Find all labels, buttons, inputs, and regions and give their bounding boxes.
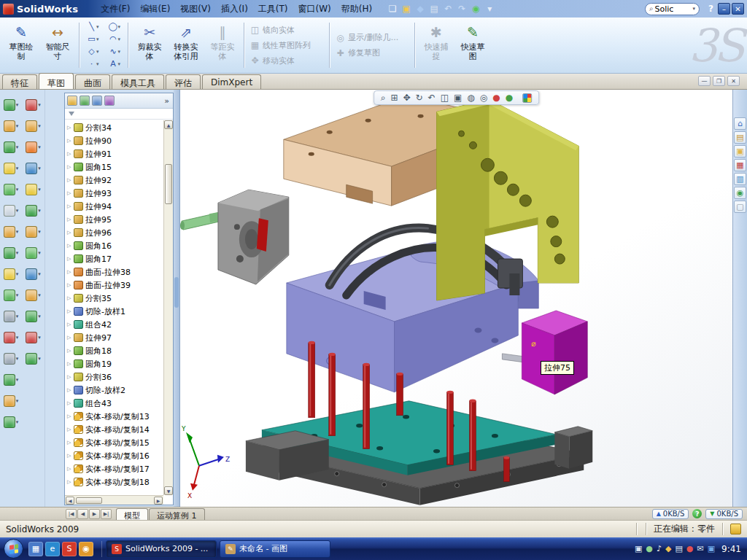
view-palette-icon[interactable]: ▥ xyxy=(734,173,746,185)
expander-icon[interactable]: ▷ xyxy=(67,413,74,419)
new-document-icon[interactable]: ❏ xyxy=(386,2,399,15)
scroll-down-button[interactable]: ▼ xyxy=(164,486,173,495)
feature-tree-item[interactable]: ▷ 实体-移动/复制16 xyxy=(65,449,163,462)
menu-item[interactable]: 视图(V) xyxy=(175,1,216,18)
toolbar-flyout-button[interactable]: ▾ xyxy=(0,94,22,115)
first-sheet-button[interactable]: |◀ xyxy=(66,509,77,519)
tray-icon-1[interactable]: ▣ xyxy=(635,544,642,554)
toolbar-flyout-button[interactable]: ▾ xyxy=(22,348,44,369)
chevron-down-icon[interactable]: ▾ xyxy=(16,187,19,192)
section-view-icon[interactable]: ◫ xyxy=(441,93,449,103)
toolbar-flyout-button[interactable]: ▾ xyxy=(22,242,44,263)
chevron-down-icon[interactable]: ▾ xyxy=(38,123,41,129)
toolbar-flyout-button[interactable]: ▾ xyxy=(0,390,22,411)
chevron-down-icon[interactable]: ▾ xyxy=(96,61,99,67)
expander-icon[interactable]: ▷ xyxy=(67,190,74,196)
expander-icon[interactable]: ▷ xyxy=(67,387,74,393)
menu-item[interactable]: 帮助(H) xyxy=(336,1,377,18)
toolbar-flyout-button[interactable]: ▾ xyxy=(0,179,22,200)
search-dropdown-icon[interactable]: ▾ xyxy=(693,6,696,12)
expander-icon[interactable]: ▷ xyxy=(67,282,74,288)
open-icon[interactable]: ▣ xyxy=(400,2,413,15)
prev-sheet-button[interactable]: ◀ xyxy=(77,509,88,519)
show-desktop-icon[interactable]: ▦ xyxy=(28,542,43,556)
design-library-icon[interactable]: ▤ xyxy=(734,131,746,144)
chevron-down-icon[interactable]: ▾ xyxy=(16,314,19,319)
toolbar-flyout-button[interactable]: ▾ xyxy=(22,306,44,327)
toolbar-big-button[interactable]: ✎ 草图绘制 xyxy=(3,20,39,71)
status-note-icon[interactable] xyxy=(730,524,741,534)
appearance-icon[interactable]: ● xyxy=(492,93,500,103)
model-side-core-block[interactable]: ⌀ xyxy=(522,311,587,394)
dimxpertmanager-tab-icon[interactable] xyxy=(104,96,115,106)
chevron-down-icon[interactable]: ▾ xyxy=(117,49,120,55)
toolbar-big-button[interactable]: ✱ 快速捕捉 xyxy=(418,20,454,71)
expander-icon[interactable]: ▷ xyxy=(67,361,74,367)
toolbox-icon[interactable]: ▦ xyxy=(734,159,746,171)
chevron-down-icon[interactable]: ▾ xyxy=(16,102,19,108)
feature-tree-item[interactable]: ▷ 实体-移动/复制15 xyxy=(65,436,163,449)
custom-properties-icon[interactable]: ▢ xyxy=(734,201,746,213)
feature-tree-item[interactable]: ▷ 拉伸90 xyxy=(65,134,163,147)
expander-icon[interactable]: ▷ xyxy=(67,308,74,314)
toolbar-flyout-button[interactable]: ▾ xyxy=(0,327,22,348)
start-button[interactable] xyxy=(4,539,23,559)
tray-icon-3[interactable]: ♪ xyxy=(657,544,662,554)
hide-show-icon[interactable]: ◎ xyxy=(480,93,487,103)
toolbar-flyout-button[interactable]: ▾ xyxy=(0,242,22,263)
search-box[interactable]: ⌕ ▾ xyxy=(645,3,700,15)
toolbar-flyout-button[interactable]: ▾ xyxy=(0,263,22,284)
feature-tree-item[interactable]: ▷ 拉伸96 xyxy=(65,226,163,239)
command-tab[interactable]: 模具工具 xyxy=(112,74,164,89)
feature-tree-item[interactable]: ▷ 拉伸94 xyxy=(65,200,163,213)
command-tab[interactable]: 特征 xyxy=(2,74,37,89)
help-button[interactable]: ? xyxy=(704,4,718,14)
graphics-viewport[interactable]: ⌀ xyxy=(179,90,732,507)
expander-icon[interactable]: ▷ xyxy=(67,335,74,341)
toolbar-flyout-button[interactable]: ▾ xyxy=(22,327,44,348)
tray-icon-2[interactable]: ● xyxy=(646,544,653,554)
minimize-button[interactable]: – xyxy=(718,3,730,15)
chevron-down-icon[interactable]: ▾ xyxy=(38,187,41,192)
expander-icon[interactable]: ▷ xyxy=(67,479,74,485)
tree-horizontal-scrollbar[interactable]: ◀ ▶ xyxy=(65,495,163,505)
toolbar-stack-button[interactable]: ✥ 移动实体 xyxy=(247,53,326,68)
chevron-down-icon[interactable]: ▾ xyxy=(16,292,19,298)
expander-icon[interactable]: ▷ xyxy=(67,453,74,459)
feature-tree-item[interactable]: ▷ 实体-移动/复制17 xyxy=(65,462,163,475)
sheet-tab[interactable]: 运动算例 1 xyxy=(149,508,205,520)
feature-tree-item[interactable]: ▷ 曲面-拉伸38 xyxy=(65,265,163,279)
chevron-down-icon[interactable]: ▾ xyxy=(16,208,19,214)
expander-icon[interactable]: ▷ xyxy=(67,125,74,131)
feature-tree-item[interactable]: ▷ 实体-移动/复制13 xyxy=(65,410,163,423)
rectangle-icon[interactable]: ▭ ▾ xyxy=(82,34,104,45)
toolbar-flyout-button[interactable]: ▾ xyxy=(0,284,22,306)
chevron-down-icon[interactable]: ▾ xyxy=(16,123,19,129)
expander-icon[interactable]: ▷ xyxy=(67,203,74,209)
point-icon[interactable]: · ▾ xyxy=(82,58,104,70)
chevron-down-icon[interactable]: ▾ xyxy=(38,102,41,108)
toolbar-big-button[interactable]: ↔ 智能尺寸 xyxy=(39,20,76,71)
expander-icon[interactable]: ▷ xyxy=(67,217,74,222)
feature-tree-item[interactable]: ▷ 分割35 xyxy=(65,292,163,305)
toolbar-flyout-button[interactable]: ▾ xyxy=(0,200,22,221)
menu-item[interactable]: 编辑(E) xyxy=(135,1,175,18)
taskbar-clock[interactable]: 9:41 xyxy=(721,544,741,554)
last-sheet-button[interactable]: ▶| xyxy=(101,509,112,519)
expander-icon[interactable]: ▷ xyxy=(67,177,74,183)
chevron-down-icon[interactable]: ▾ xyxy=(16,398,19,404)
sheet-tab[interactable]: 模型 xyxy=(116,508,148,520)
toolbar-flyout-button[interactable]: ▾ xyxy=(0,221,22,242)
expander-icon[interactable]: ▷ xyxy=(67,164,74,170)
tray-ime-icon[interactable]: ▣ xyxy=(708,544,715,554)
expander-icon[interactable]: ▷ xyxy=(67,348,74,354)
chevron-down-icon[interactable]: ▾ xyxy=(16,144,19,150)
zoom-fit-icon[interactable]: ⌕ xyxy=(381,93,386,103)
scroll-right-button[interactable]: ▶ xyxy=(154,497,163,505)
menu-item[interactable]: 文件(F) xyxy=(96,1,135,18)
chevron-down-icon[interactable]: ▾ xyxy=(16,377,19,383)
solidworks-launcher-icon[interactable]: S xyxy=(62,542,77,556)
media-icon[interactable]: ◉ xyxy=(79,542,93,556)
close-button[interactable]: ✕ xyxy=(732,3,744,15)
tray-icon-5[interactable]: ▤ xyxy=(675,544,682,554)
